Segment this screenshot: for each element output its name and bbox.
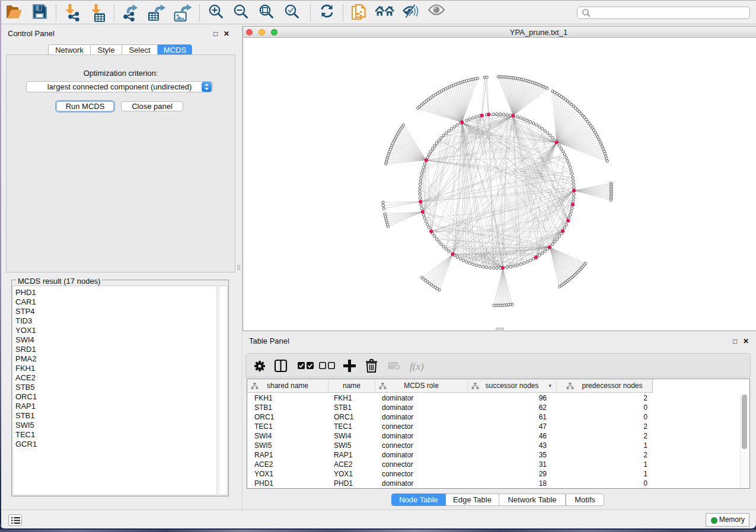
svg-text:f(x): f(x) <box>410 361 424 372</box>
